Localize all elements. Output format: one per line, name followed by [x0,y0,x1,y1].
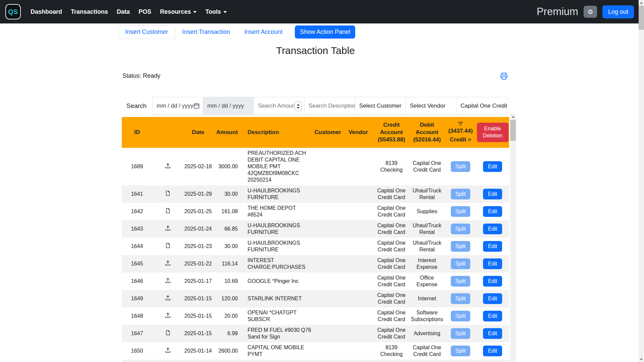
page-scrollbar-thumb[interactable] [639,6,644,30]
split-button[interactable]: Split [451,328,470,339]
cell-vendor [342,203,374,220]
nav-item-transactions[interactable]: Transactions [66,6,112,18]
cell-date: 2025-01-15 [183,325,213,342]
split-button[interactable]: Split [451,189,470,199]
upload-icon[interactable] [165,164,171,170]
table-row: 16472025-01-156.99FRED M FUEL #9030 Q76 … [122,325,509,342]
split-button[interactable]: Split [451,224,470,234]
logout-button[interactable]: Log out [602,5,634,18]
cell-description: U-HAULBROOKINGS FURNITURE [243,220,313,238]
split-button[interactable]: Split [451,258,470,269]
cell-customer [313,273,342,290]
cell-edit: Edit [476,220,509,238]
page-scrollbar[interactable] [639,0,644,362]
nav-item-dashboard[interactable]: Dashboard [26,6,66,18]
credit-filter-toggle[interactable]: Credit > [450,136,471,143]
nav-item-tools[interactable]: Tools [201,6,231,18]
upload-icon[interactable] [165,261,171,267]
edit-button[interactable]: Edit [483,189,502,199]
cell-split: Split [445,342,476,360]
tab-insert-customer[interactable]: Insert Customer [118,25,175,39]
nav-item-pos[interactable]: POS [134,6,156,18]
edit-button[interactable]: Edit [483,328,502,339]
cell-vendor [342,307,374,325]
select-customer-dropdown[interactable]: Select Customer [355,97,406,115]
table-scrollbar[interactable] [510,114,516,362]
split-button[interactable]: Split [451,276,470,287]
cell-description: CAPITAL ONE MOBILE PYMT [243,342,313,360]
file-icon[interactable] [165,192,171,197]
upload-icon[interactable] [165,349,171,354]
file-icon[interactable] [165,244,171,250]
cell-vendor [342,185,374,203]
file-icon[interactable] [165,331,171,337]
edit-button[interactable]: Edit [483,276,502,287]
edit-button[interactable]: Edit [483,206,502,217]
tab-insert-account[interactable]: Insert Account [237,25,289,39]
nav-item-data[interactable]: Data [112,6,134,18]
cell-vendor [342,290,374,307]
header-amount: Amount [213,117,243,148]
cell-customer [313,290,342,307]
enable-deletion-button[interactable]: Enable Deletion [477,123,508,142]
search-description-input[interactable]: Search Description [304,97,355,115]
search-label: Search [122,102,153,110]
upload-icon[interactable] [165,227,171,232]
cell-attachment [152,290,183,307]
edit-button[interactable]: Edit [483,224,502,234]
show-action-panel-button[interactable]: Show Action Panel [295,25,355,39]
cell-customer [313,185,342,203]
split-button[interactable]: Split [451,311,470,321]
status-text: Status: Ready [122,72,160,79]
table-row: 16892025-02-183000.00PREAUTHORIZED ACH D… [122,148,509,185]
file-icon[interactable] [165,209,171,215]
cell-date: 2025-01-15 [183,290,213,307]
search-amount-input[interactable]: Search Amount [254,97,305,115]
upload-icon[interactable] [165,314,171,319]
calendar-icon[interactable] [194,103,200,109]
select-account-dropdown[interactable]: Capital One Credit Card [456,97,507,115]
edit-button[interactable]: Edit [483,258,502,269]
edit-button[interactable]: Edit [483,311,502,321]
edit-button[interactable]: Edit [483,346,502,356]
cell-description: STARLINK INTERNET [243,290,313,307]
select-vendor-dropdown[interactable]: Select Vendor [406,97,457,115]
step-down-icon [297,107,300,109]
filter-amount: (3437.44) [448,127,473,135]
cell-id: 1645 [122,255,152,273]
print-button[interactable] [499,72,508,80]
split-button[interactable]: Split [451,161,470,172]
date-from-input[interactable]: mm / dd / yyyy [152,97,203,115]
cell-edit: Edit [476,203,509,220]
cell-date: 2025-01-29 [183,185,213,203]
split-button[interactable]: Split [451,241,470,252]
header-id: ID [122,117,152,148]
number-stepper[interactable] [294,102,302,111]
upload-icon[interactable] [165,296,171,302]
edit-button[interactable]: Edit [483,161,502,172]
upload-icon[interactable] [165,279,171,285]
split-button[interactable]: Split [451,206,470,217]
cell-id: 1648 [122,307,152,325]
cell-vendor [342,220,374,238]
app-logo[interactable]: QS [5,4,21,19]
table-scrollbar-thumb[interactable] [510,120,516,141]
settings-button[interactable]: ⚙ [584,6,597,18]
cell-vendor [342,255,374,273]
status-row: Status: Ready [122,72,509,80]
search-filter-row: Search mm / dd / yyyy mm / dd / yyyy Sea… [122,97,521,115]
split-button[interactable]: Split [451,293,470,304]
edit-button[interactable]: Edit [483,293,502,304]
nav-item-resources[interactable]: Resources [156,6,201,18]
cell-date: 2025-01-24 [183,220,213,238]
cell-credit-account: Capital One Credit Card [374,185,409,203]
tabs-row: Insert CustomerInsert TransactionInsert … [118,25,521,39]
tab-insert-transaction[interactable]: Insert Transaction [175,25,237,39]
date-to-input[interactable]: mm / dd / yyyy [203,97,254,115]
cell-split: Split [445,273,476,290]
split-button[interactable]: Split [451,346,470,356]
header-actions: Enable Deletion [476,117,509,148]
header-description: Description [243,117,313,148]
filter-icon[interactable] [457,121,464,126]
edit-button[interactable]: Edit [483,241,502,252]
